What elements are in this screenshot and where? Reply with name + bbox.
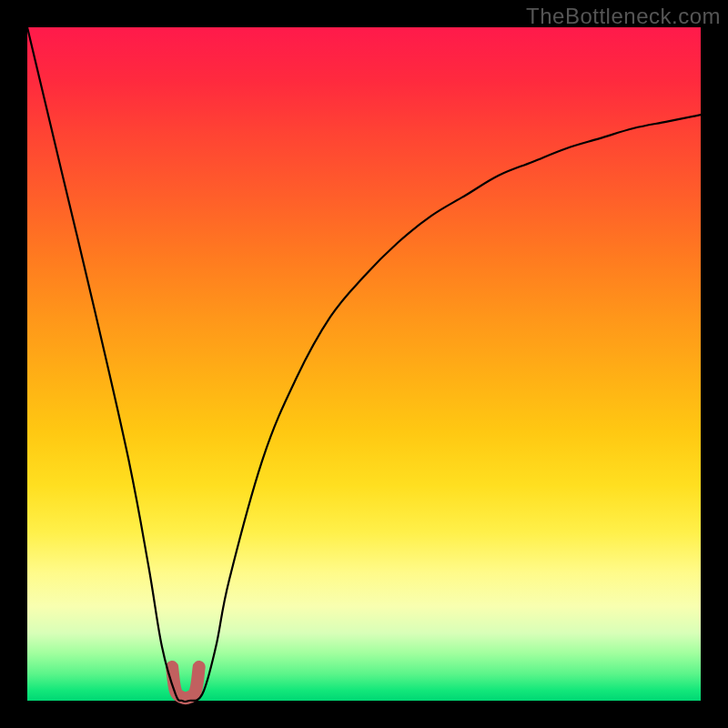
- bottleneck-curve: [27, 27, 701, 702]
- watermark-text: TheBottleneck.com: [526, 4, 721, 29]
- plot-area: [27, 27, 701, 701]
- curves-svg: [27, 27, 701, 701]
- chart-frame: TheBottleneck.com: [0, 0, 728, 728]
